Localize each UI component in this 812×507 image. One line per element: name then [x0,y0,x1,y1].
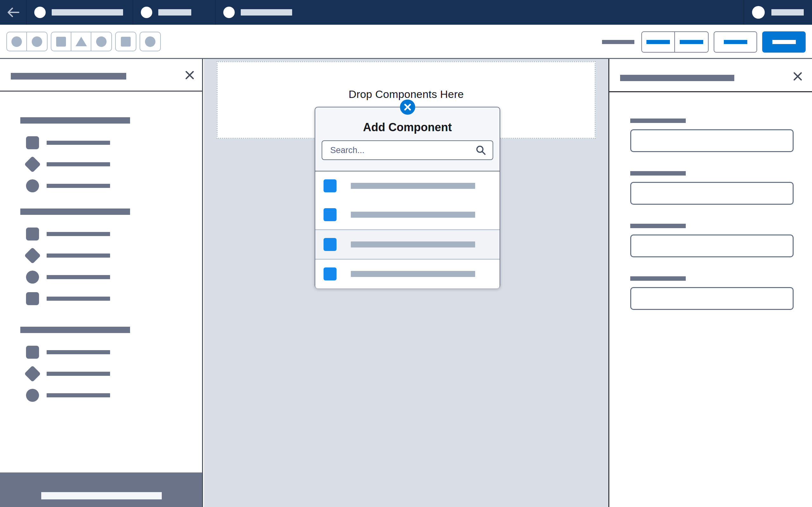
toolbar-square-button[interactable] [116,32,136,51]
palette-item-icon-box [24,156,41,173]
palette-item-circle[interactable] [20,266,179,288]
section-heading-placeholder [20,117,130,124]
toolbar-icon-group-2 [51,32,112,51]
palette-item-diamond[interactable] [20,245,179,266]
toolbar-primary-button[interactable] [762,32,806,53]
topbar-tab-3[interactable] [216,0,393,25]
inspector-field-1 [630,118,794,152]
field-input[interactable] [630,287,794,310]
back-button[interactable] [0,0,27,25]
field-label-placeholder [630,224,686,228]
circle-icon [26,179,39,192]
footer-label-placeholder [41,492,162,499]
back-arrow-icon [6,7,20,18]
palette-footer [0,472,202,507]
circle-icon [26,389,39,402]
field-label-placeholder [630,276,686,281]
palette-item-square[interactable] [20,132,179,153]
field-input[interactable] [630,182,794,205]
toolbar-circle-button[interactable] [91,32,111,51]
toolbar-action-button-3[interactable] [714,32,757,52]
toolbar-action-button-1[interactable] [642,32,675,52]
component-icon [323,208,337,221]
tab-label-placeholder [241,9,292,15]
modal-title: Add Component [315,121,500,134]
tab-icon-circle [223,7,235,18]
square-icon [26,346,39,359]
component-list-item-1[interactable] [315,171,500,200]
search-icon [475,145,486,156]
tab-label-placeholder [52,9,123,15]
palette-item-icon-box [24,225,41,242]
palette-section-1 [20,117,179,196]
avatar [752,6,765,19]
palette-item-label-placeholder [47,141,110,145]
toolbar-icon-group-4 [140,32,161,51]
diamond-icon [24,156,41,172]
palette-item-icon-box [24,268,41,285]
user-name-placeholder [771,9,804,15]
component-list-item-3[interactable] [315,229,500,260]
component-icon [323,179,337,192]
palette-item-square[interactable] [20,288,179,309]
palette-item-circle[interactable] [20,384,179,406]
close-icon [404,104,411,111]
palette-title-placeholder [11,73,126,79]
inspector-field-3 [630,224,794,257]
component-name-placeholder [351,241,475,247]
add-component-modal: Add Component [315,107,500,288]
toolbar-square-button[interactable] [51,32,71,51]
palette-close-button[interactable] [184,69,196,81]
field-input[interactable] [630,234,794,257]
inspector-close-button[interactable] [792,70,804,82]
circle-icon [32,37,42,47]
tab-label-placeholder [158,9,191,15]
square-icon [26,292,39,305]
component-list-item-2[interactable] [315,200,500,229]
palette-item-icon-box [24,247,41,264]
topbar-tab-1[interactable] [27,0,133,25]
toolbar-icon-groups [6,32,161,51]
square-icon [56,37,66,47]
circle-icon [96,37,107,47]
palette-section-3 [20,327,179,406]
inspector-header [609,59,812,92]
inspector-field-4 [630,276,794,310]
builder-canvas: Drop Components Here Add Component [204,59,608,507]
page-builder-app: Drop Components Here Add Component [0,0,812,507]
close-icon [184,69,196,81]
palette-item-square[interactable] [20,341,179,363]
palette-item-label-placeholder [47,393,110,397]
component-list-item-4[interactable] [315,260,500,288]
palette-item-diamond[interactable] [20,363,179,384]
user-menu[interactable] [744,0,812,25]
palette-item-label-placeholder [47,275,110,279]
search-input[interactable] [322,140,493,160]
toolbar-action-button-2[interactable] [675,32,708,52]
square-icon [26,136,39,149]
field-input[interactable] [630,129,794,152]
palette-item-icon-box [24,177,41,194]
palette-item-circle[interactable] [20,175,179,196]
palette-item-label-placeholder [47,184,110,188]
palette-section-2 [20,209,179,309]
toolbar-circle-button[interactable] [7,32,27,51]
topbar-tab-2[interactable] [133,0,216,25]
inspector-field-2 [630,171,794,205]
component-name-placeholder [351,212,475,218]
component-palette-panel [0,59,203,507]
square-icon [26,228,39,240]
component-search [322,140,493,160]
palette-item-square[interactable] [20,223,179,245]
palette-item-icon-box [24,343,41,360]
palette-item-label-placeholder [47,350,110,354]
modal-close-button[interactable] [400,100,415,115]
palette-item-icon-box [24,365,41,382]
toolbar-circle-button[interactable] [140,32,160,51]
palette-item-diamond[interactable] [20,153,179,175]
toolbar-circle-button[interactable] [27,32,47,51]
toolbar-triangle-button[interactable] [71,32,91,51]
builder-toolbar [0,25,812,59]
triangle-icon [75,37,87,46]
property-inspector-panel [608,59,812,507]
